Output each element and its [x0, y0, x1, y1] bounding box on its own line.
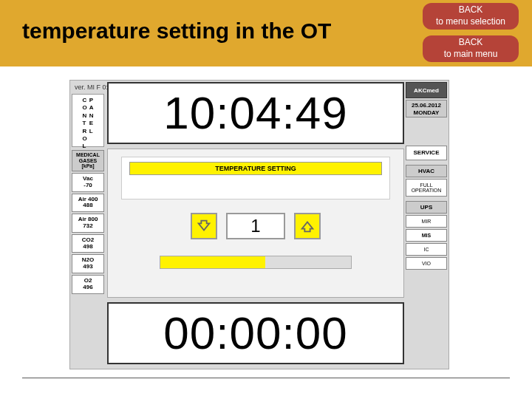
temperature-down-button[interactable] [191, 213, 217, 239]
temperature-up-button[interactable] [294, 213, 321, 239]
temperature-value: 1 [226, 213, 285, 239]
right-column: AKCmed 25.06.2012MONDAY SERVICE HVAC FUL… [406, 82, 447, 270]
gas-vac: Vac-70 [72, 173, 104, 192]
date-box: 25.06.2012MONDAY [406, 100, 447, 117]
logo: AKCmed [406, 82, 447, 98]
timer-display: 00:00:00 [107, 302, 404, 364]
middle-column: 10:04:49 TEMPERATURE SETTING 1 00:00:00 [107, 82, 404, 364]
service-button[interactable]: SERVICE [406, 146, 447, 160]
mir-button[interactable]: MIR [406, 215, 447, 228]
temperature-inner: TEMPERATURE SETTING [121, 157, 390, 200]
control-panel: ver. MI F 0:23 CONTROL PANEL MEDICALGASE… [69, 80, 449, 369]
temperature-controls: 1 [121, 213, 390, 239]
gas-n2o: N2O493 [72, 254, 104, 273]
back-menu-selection-button[interactable]: BACK to menu selection [423, 3, 519, 30]
slide-title: temperature setting in the OT [22, 18, 331, 44]
back-label-1b: to menu selection [436, 16, 505, 28]
progress-fill [160, 256, 265, 268]
back-label-2b: to main menu [444, 49, 498, 61]
gases-header: MEDICALGASES[kPa] [72, 150, 104, 171]
progress-bar [160, 256, 352, 269]
vio-button[interactable]: VIO [406, 257, 447, 270]
control-panel-label: CONTROL PANEL [72, 94, 104, 147]
back-label-1a: BACK [459, 4, 483, 16]
ic-button[interactable]: IC [406, 243, 447, 256]
hvac-label: HVAC [406, 165, 447, 177]
temperature-header: TEMPERATURE SETTING [129, 162, 382, 175]
arrow-down-icon [196, 218, 212, 234]
temperature-panel: TEMPERATURE SETTING 1 [107, 149, 404, 298]
mis-button[interactable]: MIS [406, 229, 447, 242]
back-label-2a: BACK [459, 37, 483, 49]
back-main-menu-button[interactable]: BACK to main menu [423, 35, 519, 62]
gas-air800: Air 800732 [72, 214, 104, 233]
arrow-up-icon [299, 218, 316, 234]
gas-air400: Air 400488 [72, 194, 104, 213]
cp-right: PANEL [89, 97, 94, 135]
cp-left: CONTROL [82, 97, 86, 151]
ups-label: UPS [406, 201, 447, 214]
clock-display: 10:04:49 [107, 82, 404, 144]
full-operation-button[interactable]: FULL OPERATION [406, 179, 447, 197]
hr-divider [22, 378, 510, 378]
left-column: CONTROL PANEL MEDICALGASES[kPa] Vac-70 A… [72, 94, 104, 294]
gas-o2: O2496 [72, 275, 104, 294]
gas-co2: CO2498 [72, 234, 104, 253]
